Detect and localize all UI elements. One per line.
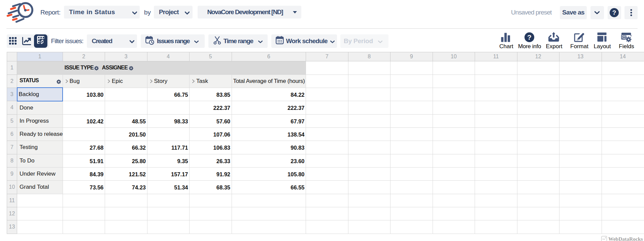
svg-text:?: ? (612, 9, 616, 16)
svg-text:?: ? (527, 33, 532, 41)
